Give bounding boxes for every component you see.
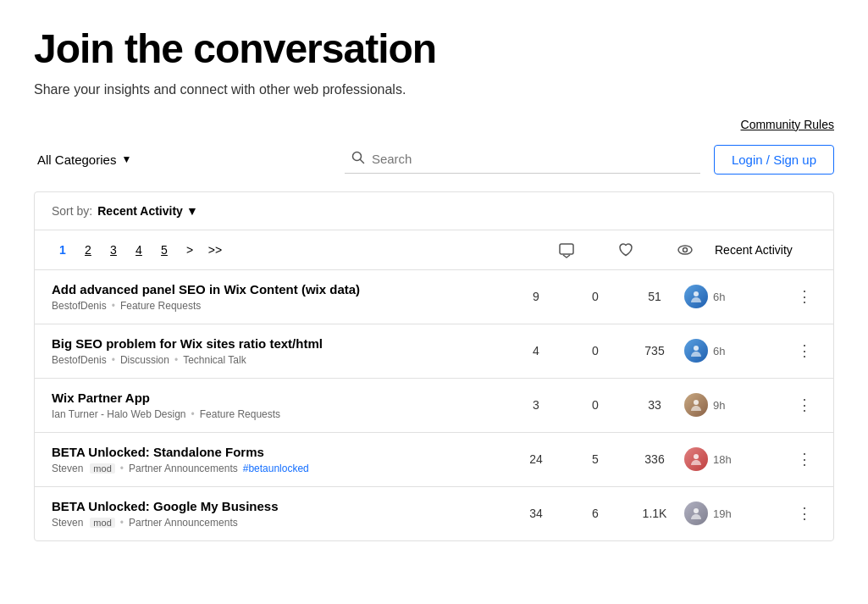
thread-meta: Steven mod • Partner Announcements #beta…	[52, 463, 506, 474]
svg-point-6	[694, 346, 699, 351]
thread-category[interactable]: Partner Announcements	[129, 517, 238, 529]
thread-replies: 34	[506, 507, 566, 520]
thread-content: Big SEO problem for Wix sites ratio text…	[52, 336, 506, 366]
thread-replies: 24	[506, 452, 566, 466]
thread-stats: 3 0 33 9h	[506, 393, 786, 417]
thread-more-button[interactable]: ⋮	[793, 285, 816, 308]
avatar	[684, 339, 708, 363]
page-3[interactable]: 3	[102, 239, 124, 261]
avatar	[684, 501, 708, 525]
thread-more-button[interactable]: ⋮	[793, 339, 816, 363]
thread-category[interactable]: Discussion	[120, 354, 169, 366]
sort-chevron-icon: ▼	[186, 204, 198, 218]
thread-activity: 6h	[684, 339, 786, 363]
column-headers: Recent Activity	[537, 241, 816, 258]
thread-stats: 24 5 336 18h	[506, 447, 786, 471]
thread-category[interactable]: Partner Announcements	[129, 463, 238, 474]
svg-line-1	[360, 159, 363, 163]
thread-likes: 0	[566, 398, 625, 412]
thread-stats: 34 6 1.1K 19h	[506, 501, 786, 525]
thread-views: 33	[625, 398, 684, 412]
thread-author: Ian Turner - Halo Web Design	[52, 408, 186, 420]
sort-value-button[interactable]: Recent Activity ▼	[97, 204, 197, 218]
thread-title[interactable]: Add advanced panel SEO in Wix Content (w…	[52, 282, 506, 296]
thread-replies: 4	[506, 344, 566, 357]
thread-replies: 9	[506, 290, 566, 303]
sort-bar: Sort by: Recent Activity ▼	[35, 192, 833, 230]
thread-views: 336	[625, 452, 684, 466]
thread-stats: 9 0 51 6h	[506, 285, 786, 308]
thread-stats: 4 0 735 6h	[506, 339, 786, 363]
chevron-down-icon: ▼	[121, 153, 131, 165]
svg-point-5	[694, 291, 699, 296]
svg-point-3	[678, 246, 692, 254]
thread-activity: 9h	[684, 393, 786, 417]
thread-activity-time: 6h	[713, 291, 725, 303]
search-container	[345, 146, 700, 174]
thread-replies: 3	[506, 398, 566, 412]
thread-activity: 18h	[684, 447, 786, 471]
replies-icon-header	[537, 241, 596, 258]
page-5[interactable]: 5	[153, 239, 175, 261]
thread-meta: BestofDenis • Discussion • Technical Tal…	[52, 354, 506, 366]
search-icon	[351, 151, 365, 168]
pagination-header: 1 2 3 4 5 > >>	[35, 230, 833, 270]
category-dropdown[interactable]: All Categories ▼	[34, 147, 135, 172]
thread-activity: 19h	[684, 501, 786, 525]
thread-subcategory[interactable]: Technical Talk	[183, 354, 246, 366]
thread-activity-time: 18h	[713, 453, 732, 466]
thread-author: BestofDenis	[52, 354, 107, 366]
thread-more-button[interactable]: ⋮	[793, 447, 816, 471]
thread-tag[interactable]: #betaunlocked	[243, 463, 309, 474]
views-icon-header	[655, 241, 715, 258]
svg-point-9	[694, 508, 699, 513]
thread-views: 51	[625, 290, 684, 303]
avatar	[684, 393, 708, 417]
thread-activity-time: 6h	[713, 345, 725, 357]
thread-title[interactable]: BETA Unlocked: Google My Business	[52, 499, 506, 513]
thread-row: Wix Partner App Ian Turner - Halo Web De…	[35, 379, 833, 433]
mod-badge: mod	[90, 463, 114, 474]
thread-likes: 5	[566, 452, 625, 466]
community-rules-link[interactable]: Community Rules	[741, 118, 834, 131]
thread-row: Big SEO problem for Wix sites ratio text…	[35, 324, 833, 379]
page-4[interactable]: 4	[128, 239, 150, 261]
thread-author: Steven	[52, 463, 83, 474]
page-1[interactable]: 1	[52, 239, 74, 261]
thread-meta: Ian Turner - Halo Web Design • Feature R…	[52, 408, 506, 420]
pagination: 1 2 3 4 5 > >>	[52, 239, 537, 261]
search-input[interactable]	[372, 152, 694, 166]
thread-content: Wix Partner App Ian Turner - Halo Web De…	[52, 391, 506, 420]
thread-title[interactable]: Wix Partner App	[52, 391, 506, 405]
thread-meta: BestofDenis • Feature Requests	[52, 300, 506, 312]
svg-point-7	[694, 400, 699, 405]
svg-rect-2	[560, 244, 573, 254]
thread-likes: 0	[566, 290, 625, 303]
thread-category[interactable]: Feature Requests	[200, 408, 280, 420]
forum-container: Sort by: Recent Activity ▼ 1 2 3 4 5 > >…	[34, 191, 834, 541]
likes-icon-header	[596, 241, 655, 258]
mod-badge: mod	[90, 518, 114, 528]
thread-more-button[interactable]: ⋮	[793, 501, 816, 525]
thread-author: Steven	[52, 517, 83, 529]
thread-row: Add advanced panel SEO in Wix Content (w…	[35, 270, 833, 324]
thread-views: 1.1K	[625, 507, 684, 520]
thread-title[interactable]: Big SEO problem for Wix sites ratio text…	[52, 336, 506, 351]
thread-category[interactable]: Feature Requests	[120, 300, 201, 312]
thread-activity: 6h	[684, 285, 786, 308]
page-title: Join the conversation	[34, 27, 834, 72]
page-next[interactable]: >	[179, 239, 201, 261]
avatar	[684, 285, 708, 308]
thread-content: Add advanced panel SEO in Wix Content (w…	[52, 282, 506, 312]
thread-activity-time: 19h	[713, 507, 732, 520]
thread-content: BETA Unlocked: Standalone Forms Steven m…	[52, 445, 506, 474]
thread-row: BETA Unlocked: Google My Business Steven…	[35, 487, 833, 540]
login-signup-button[interactable]: Login / Sign up	[714, 145, 834, 175]
thread-author: BestofDenis	[52, 300, 107, 312]
thread-title[interactable]: BETA Unlocked: Standalone Forms	[52, 445, 506, 459]
page-2[interactable]: 2	[77, 239, 99, 261]
page-last[interactable]: >>	[204, 239, 226, 261]
thread-views: 735	[625, 344, 684, 357]
thread-likes: 0	[566, 344, 625, 357]
thread-more-button[interactable]: ⋮	[793, 393, 816, 417]
